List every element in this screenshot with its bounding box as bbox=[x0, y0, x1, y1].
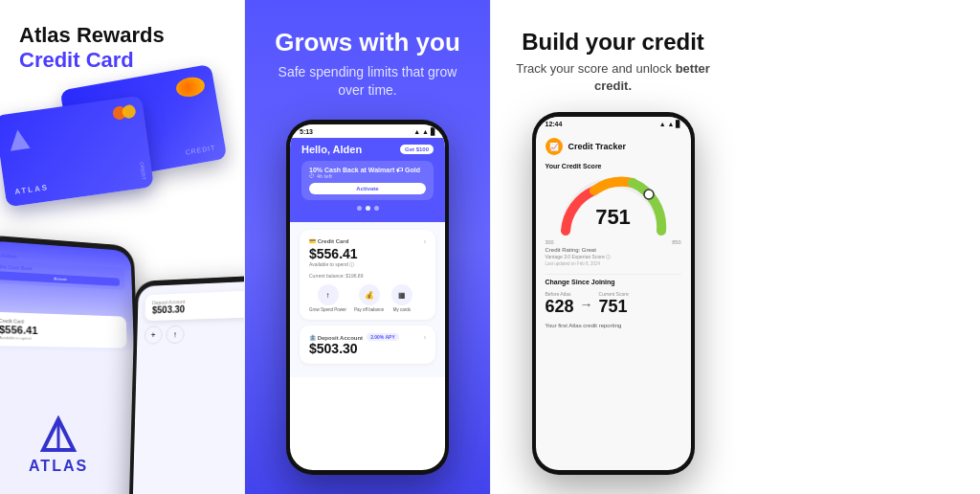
svg-point-5 bbox=[644, 190, 654, 199]
tracker-icon: 📈 bbox=[546, 138, 563, 155]
score-label: Your Credit Score bbox=[546, 163, 681, 169]
arrow-icon: → bbox=[580, 297, 593, 312]
current-score: 751 bbox=[599, 297, 629, 317]
panel-hero: Atlas Rewards Credit Card CREDIT ATLAS C… bbox=[0, 0, 245, 494]
p2-get-button[interactable]: Get $100 bbox=[400, 145, 434, 154]
experian-label: Vantage 3.0 Experian Score ⓘ bbox=[546, 254, 681, 259]
p2-action2: Pay off balance bbox=[354, 307, 384, 312]
first-report: Your first Atlas credit reporting bbox=[546, 323, 681, 328]
grow-icon: ↑ bbox=[318, 284, 339, 305]
score-max: 850 bbox=[672, 239, 680, 245]
atlas-logo-icon bbox=[39, 415, 78, 454]
p3-time: 12:44 bbox=[546, 121, 563, 128]
p2-credit-section: 💳 Credit Card › $556.41 Available to spe… bbox=[300, 230, 435, 320]
score-min: 300 bbox=[546, 239, 554, 245]
credit-card-front: ATLAS CREDIT bbox=[0, 96, 154, 208]
phone-mockup-right: Deposit Account $503.30 + ↑ bbox=[128, 275, 245, 494]
p2-time: 5:13 bbox=[300, 128, 313, 136]
credit-score: 751 bbox=[595, 205, 631, 230]
p2-promo: 10% Cash Back at Walmart 🏷 Gold ⏱ 4h lef… bbox=[301, 161, 434, 200]
p2-deposit-label: 🏦 Deposit Account bbox=[309, 334, 363, 341]
p2-balance: Current balance: $196.89 bbox=[309, 273, 426, 279]
p2-icons: ▲ ▲ ▊ bbox=[413, 128, 435, 136]
p2-activate[interactable]: Activate bbox=[309, 183, 426, 194]
tracker-title: Credit Tracker bbox=[568, 142, 627, 151]
svg-marker-1 bbox=[8, 128, 30, 150]
p2-credit-label: 💳 Credit Card bbox=[309, 237, 348, 244]
credit-rating: Credit Rating: Great bbox=[546, 247, 681, 253]
p2-deposit-section: 🏦 Deposit Account 2.00% APY › $503.30 bbox=[300, 326, 435, 364]
p2-promo-title: 10% Cash Back at Walmart 🏷 Gold bbox=[309, 167, 426, 173]
update-date: Last updated on Feb 8, 2024 bbox=[546, 261, 681, 266]
cards-icon: ▦ bbox=[391, 284, 412, 305]
card-back-text: CREDIT bbox=[185, 144, 216, 155]
panel2-phone: 5:13 ▲ ▲ ▊ Hello, Alden Get $100 10% Cas… bbox=[286, 120, 449, 475]
panel3-subtitle: Track your score and unlock better credi… bbox=[510, 60, 716, 95]
p2-action1: Grow Spend Power bbox=[309, 307, 346, 312]
before-score: 628 bbox=[546, 297, 574, 317]
change-label: Change Since Joining bbox=[546, 279, 681, 285]
p2-promo-sub: ⏱ 4h left bbox=[309, 173, 426, 179]
divider bbox=[546, 274, 681, 275]
atlas-logo: ATLAS bbox=[29, 415, 88, 475]
p3-icons: ▲ ▲ ▊ bbox=[659, 121, 681, 128]
panel1-title: Atlas Rewards bbox=[19, 23, 225, 48]
panel3-phone: 12:44 ▲ ▲ ▊ 📈 Credit Tracker Your Credit… bbox=[532, 112, 695, 475]
p2-deposit-badge: 2.00% APY bbox=[367, 333, 399, 341]
p2-action3: My cards bbox=[393, 307, 411, 312]
panel-grows: Grows with you Safe spending limits that… bbox=[245, 0, 490, 494]
p2-greeting: Hello, Alden bbox=[301, 144, 362, 155]
panel2-subtitle: Safe spending limits that grow over time… bbox=[264, 63, 471, 101]
credit-gauge: 751 bbox=[546, 173, 681, 236]
p2-credit-amount: $556.41 bbox=[309, 246, 426, 261]
atlas-card-text: ATLAS bbox=[14, 183, 50, 196]
pay-icon: 💰 bbox=[359, 284, 380, 305]
panel2-title: Grows with you bbox=[275, 29, 460, 57]
panel-credit: Build your credit Track your score and u… bbox=[490, 0, 735, 494]
p2-deposit-amount: $503.30 bbox=[309, 341, 426, 356]
atlas-text: ATLAS bbox=[29, 458, 88, 475]
panel3-title: Build your credit bbox=[522, 29, 704, 56]
p2-available: Available to spend ⓘ bbox=[309, 261, 426, 267]
